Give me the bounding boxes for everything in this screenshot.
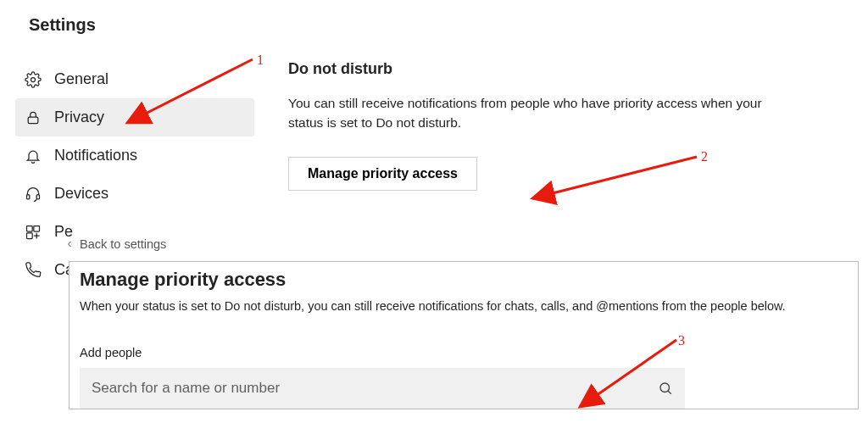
sidebar-item-label: Notifications — [54, 147, 137, 164]
content-pane: Do not disturb You can still receive not… — [254, 60, 868, 191]
svg-rect-4 — [27, 225, 33, 231]
layout-wrap: General Privacy Notifications — [0, 35, 868, 289]
search-icon — [658, 368, 673, 409]
sidebar-item-label: General — [54, 70, 108, 88]
svg-rect-1 — [28, 117, 38, 124]
permissions-icon — [24, 223, 42, 242]
sidebar-item-general[interactable]: General — [15, 60, 254, 98]
sidebar-item-label: Devices — [54, 185, 108, 203]
add-people-label: Add people — [80, 346, 848, 359]
sidebar-item-label: Privacy — [54, 108, 104, 126]
sidebar-item-privacy[interactable]: Privacy — [15, 98, 254, 136]
manage-priority-access-button[interactable]: Manage priority access — [288, 157, 477, 191]
chevron-left-icon — [64, 239, 75, 249]
svg-line-8 — [668, 391, 671, 394]
svg-rect-3 — [36, 194, 39, 198]
sidebar-item-devices[interactable]: Devices — [15, 175, 254, 213]
lock-icon — [24, 108, 42, 127]
manage-priority-access-panel: Manage priority access When your status … — [69, 261, 859, 409]
sidebar: General Privacy Notifications — [0, 60, 254, 289]
back-to-settings-link[interactable]: Back to settings — [59, 237, 171, 251]
gear-icon — [24, 70, 42, 89]
search-wrap — [80, 368, 685, 409]
svg-point-0 — [31, 77, 36, 81]
page-title: Settings — [0, 0, 868, 35]
svg-rect-2 — [27, 194, 30, 198]
back-label: Back to settings — [80, 237, 166, 251]
dnd-description: You can still receive notifications from… — [288, 93, 797, 133]
svg-rect-5 — [34, 225, 40, 231]
phone-icon — [24, 261, 42, 280]
search-input[interactable] — [80, 368, 685, 409]
panel-title: Manage priority access — [80, 269, 848, 291]
svg-rect-6 — [27, 232, 33, 238]
dnd-title: Do not disturb — [288, 60, 834, 78]
panel-description: When your status is set to Do not distur… — [80, 298, 848, 315]
sidebar-item-notifications[interactable]: Notifications — [15, 136, 254, 175]
bell-icon — [24, 147, 42, 165]
headset-icon — [24, 185, 42, 203]
svg-point-7 — [660, 383, 670, 392]
